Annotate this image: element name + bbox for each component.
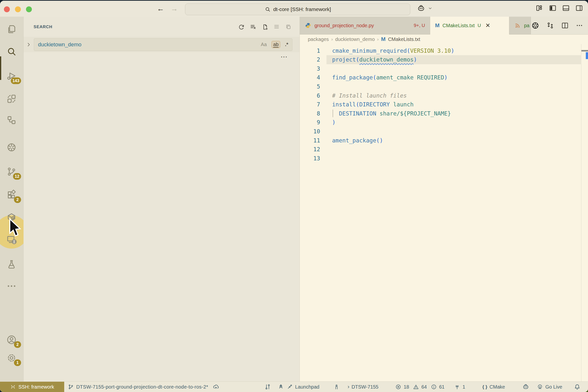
close-window-button[interactable] — [4, 6, 10, 12]
hierarchy-icon — [6, 114, 17, 126]
code-line-3[interactable]: 3 — [300, 64, 582, 73]
copilot-status-icon — [522, 383, 530, 390]
remote-icon — [10, 384, 16, 390]
tab-pa[interactable]: pa — [509, 17, 531, 34]
clear-results-button[interactable] — [249, 23, 257, 31]
info-count: 61 — [439, 384, 445, 390]
more-actions-icon[interactable] — [576, 22, 583, 30]
tab-ground_projection_node.py[interactable]: ground_projection_node.py9+, U — [300, 17, 430, 34]
sidebar-item-hierarchy[interactable] — [6, 114, 17, 126]
connector-status[interactable] — [264, 382, 271, 392]
branch-label: DTSW-7155-port-ground-projection-dt-core… — [76, 384, 208, 390]
remote-label: SSH: framework — [18, 384, 54, 390]
code-line-9[interactable]: 9) — [300, 118, 582, 127]
match-case-toggle[interactable]: Aa — [259, 41, 268, 48]
code-editor[interactable]: 1cmake_minimum_required(VERSION 3.10)2pr… — [300, 44, 588, 382]
forward-button[interactable]: → — [170, 4, 179, 13]
sidebar-item-more-views[interactable] — [6, 280, 17, 292]
sidebar-item-search[interactable] — [6, 46, 17, 57]
sidebar-item-live-share[interactable] — [6, 93, 17, 104]
code-line-1[interactable]: 1cmake_minimum_required(VERSION 3.10) — [300, 46, 582, 55]
toggle-primary-sidebar-button[interactable] — [549, 4, 557, 12]
tab-label: CMakeLists.txt — [442, 23, 475, 28]
ports-status[interactable]: 1 — [454, 382, 465, 392]
sidebar-item-source-control[interactable]: 12 — [6, 166, 17, 177]
minimize-window-button[interactable] — [15, 6, 21, 12]
line-number: 12 — [300, 146, 325, 152]
sidebar-item-explorer[interactable] — [6, 24, 17, 35]
sidebar-item-run-debug[interactable]: 143 — [6, 70, 17, 82]
code-line-10[interactable]: 10 — [300, 127, 582, 136]
person-status[interactable] — [333, 382, 340, 392]
tab-CMakeLists.txt[interactable]: MCMakeLists.txtU✕ — [430, 17, 509, 34]
code-line-6[interactable]: 6# Install launch files — [300, 91, 582, 100]
publish-changes-icon[interactable] — [212, 384, 219, 390]
overview-ruler-modified-marker[interactable] — [586, 52, 588, 59]
code-text: cmake_minimum_required(VERSION 3.10) — [332, 48, 454, 54]
warning-icon — [413, 384, 419, 390]
toggle-secondary-sidebar-button[interactable] — [575, 4, 583, 12]
toggle-panel-button[interactable] — [562, 4, 570, 12]
line-number: 13 — [300, 155, 325, 162]
code-line-7[interactable]: 7install(DIRECTORY launch — [300, 100, 582, 109]
sidebar-item-chatgpt[interactable] — [6, 142, 17, 153]
breadcrumb-item[interactable]: packages — [308, 36, 329, 42]
problems-status[interactable]: 18 64 61 — [395, 382, 445, 392]
breadcrumb[interactable]: packages›duckietown_demo›MCMakeLists.txt — [300, 34, 588, 44]
line-number: 4 — [300, 74, 325, 81]
sidebar-item-settings[interactable]: 1 — [6, 352, 17, 364]
status-bar: SSH: framework DTSW-7155-port-ground-pro… — [0, 382, 588, 392]
language-mode-status[interactable]: { } CMake — [482, 382, 505, 392]
code-line-12[interactable]: 12 — [300, 145, 582, 154]
search-query-row: duckietown_demo Aa ab .* — [23, 37, 300, 52]
chevron-down-icon[interactable] — [428, 6, 433, 11]
sidebar-item-testing[interactable] — [6, 259, 17, 270]
tab-dirty-indicator: U — [478, 23, 481, 28]
collapse-all-button[interactable] — [285, 23, 292, 31]
sidebar-item-extensions[interactable]: 2 — [6, 189, 17, 200]
back-button[interactable]: ← — [156, 4, 165, 13]
search-input[interactable]: duckietown_demo Aa ab .* — [34, 38, 292, 51]
open-changes-icon[interactable] — [546, 21, 555, 30]
chatgpt-action-icon[interactable] — [531, 21, 540, 30]
search-panel: SEARCH duckietown_demo Aa ab .* ··· — [23, 17, 300, 382]
zoom-window-button[interactable] — [26, 6, 32, 12]
code-line-8[interactable]: 8 DESTINATION share/${PROJECT_NAME} — [300, 109, 582, 118]
whole-word-toggle[interactable]: ab — [272, 41, 280, 48]
ellipsis-icon — [6, 280, 17, 292]
toggle-search-details-button[interactable]: ··· — [281, 54, 288, 60]
command-center-search[interactable]: dt-core [SSH: framework] — [185, 4, 410, 15]
breadcrumb-item[interactable]: CMakeLists.txt — [388, 36, 420, 42]
code-line-11[interactable]: 11ament_package() — [300, 136, 582, 145]
refresh-button[interactable] — [238, 23, 245, 31]
cmake-file-icon: M — [381, 36, 386, 42]
code-line-4[interactable]: 4find_package(ament_cmake REQUIRED) — [300, 73, 582, 82]
close-tab-icon[interactable]: ✕ — [485, 22, 490, 29]
chevron-right-icon: › — [348, 384, 349, 390]
launchpad-status[interactable]: Launchpad — [277, 382, 319, 392]
expand-replace-icon[interactable] — [25, 42, 32, 48]
notifications-status[interactable] — [574, 382, 581, 392]
view-as-tree-button[interactable] — [273, 23, 280, 31]
customize-layout-button[interactable] — [535, 4, 544, 12]
code-line-5[interactable]: 5 — [300, 82, 582, 91]
mouse-cursor — [8, 218, 22, 238]
code-line-2[interactable]: 2project(duckietown_demos) — [300, 55, 582, 64]
task-label: DTSW-7155 — [352, 384, 378, 390]
regex-toggle[interactable]: .* — [284, 41, 290, 48]
flask-icon — [6, 259, 17, 270]
new-search-editor-button[interactable] — [261, 23, 269, 31]
go-live-status[interactable]: Go Live — [537, 382, 562, 392]
task-status[interactable]: › DTSW-7155 — [348, 382, 378, 392]
badge: 12 — [13, 173, 21, 180]
sidebar-item-accounts[interactable]: 2 — [6, 334, 17, 346]
git-branch-status[interactable]: DTSW-7155-port-ground-projection-dt-core… — [68, 382, 219, 392]
remote-indicator[interactable]: SSH: framework — [0, 382, 64, 392]
copilot-status[interactable] — [522, 382, 530, 392]
copilot-icon[interactable] — [417, 4, 426, 13]
code-line-13[interactable]: 13 — [300, 154, 582, 163]
split-editor-icon[interactable] — [561, 21, 569, 30]
rss-icon — [514, 22, 521, 29]
overview-ruler-marker — [582, 50, 588, 52]
breadcrumb-item[interactable]: duckietown_demo — [335, 36, 375, 42]
